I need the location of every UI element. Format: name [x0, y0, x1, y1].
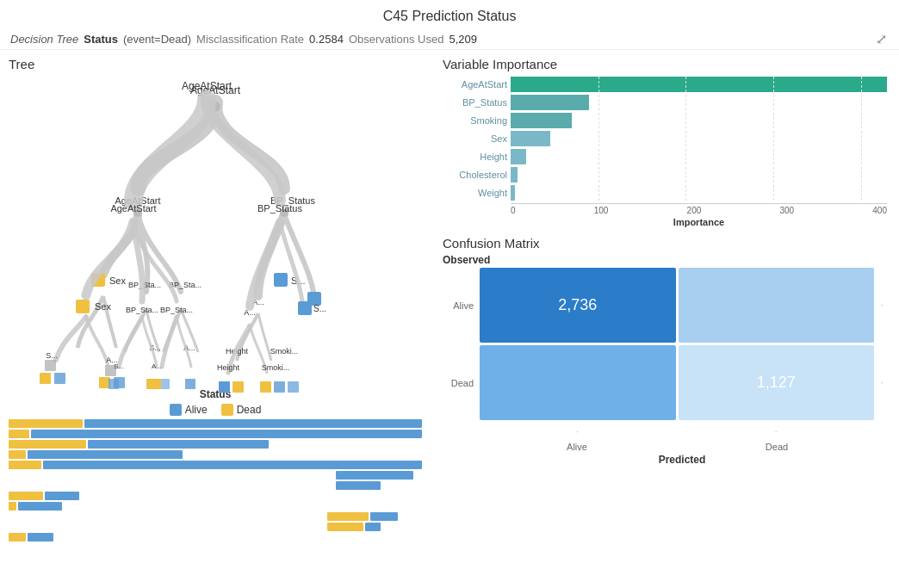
variable-importance-section: Variable Importance AgeAtStartBP_StatusS…: [443, 57, 887, 227]
bottom-bar-row-11: [9, 533, 422, 542]
vi-axis-label: Importance: [511, 217, 887, 227]
svg-text:BP_Sta...: BP_Sta...: [128, 281, 161, 289]
cm-col-labels: Alive Dead: [443, 442, 887, 452]
cm-col-label-alive: Alive: [477, 442, 677, 452]
bottom-bar-row-3: [9, 450, 422, 459]
vi-bar-1: [511, 95, 589, 110]
bar-seg-yellow-2: [9, 440, 86, 449]
vi-bar-4: [511, 149, 526, 164]
vi-row-height: Height: [443, 149, 887, 164]
svg-text:Sex: Sex: [109, 275, 126, 286]
legend-alive-color: [170, 404, 182, 416]
vi-row-bp_status: BP_Status: [443, 95, 887, 110]
svg-rect-8: [274, 273, 288, 287]
vi-bar-container-5: [511, 167, 887, 183]
bottom-bar-row-10: [327, 523, 422, 531]
bar-seg-blue-11: [28, 533, 53, 542]
top-bar: Decision Tree Status (event=Dead) Miscla…: [0, 29, 899, 50]
bottom-bar-row-2: [9, 440, 422, 449]
legend-alive-label: Alive: [185, 404, 208, 416]
svg-point-1: [210, 102, 220, 112]
vi-bar-5: [511, 167, 518, 183]
legend-item-dead: Dead: [221, 404, 262, 416]
bottom-bar-row-0: [9, 419, 422, 428]
vi-row-smoking: Smoking: [443, 113, 887, 128]
cm-cell-11: 1,127: [679, 345, 875, 420]
bar-seg-blue-0: [84, 419, 422, 428]
vi-bar-0: [511, 77, 887, 92]
vi-label-1: BP_Status: [443, 97, 507, 108]
cm-bottom-dots-1: ·: [679, 423, 875, 440]
svg-text:BP_Sta...: BP_Sta...: [169, 281, 202, 289]
vi-bar-container-3: [511, 131, 887, 146]
cm-bottom-dots-0: ·: [480, 423, 676, 440]
cm-cell-01: 482: [679, 268, 875, 343]
svg-point-5: [280, 208, 288, 217]
bar-seg-yellow-1: [9, 430, 29, 438]
bottom-bar-chart: [9, 416, 422, 569]
misclassification-value: 0.2584: [309, 33, 344, 46]
vi-label-2: Smoking: [443, 115, 507, 126]
vi-bar-2: [511, 113, 572, 128]
cm-observed-label: Observed: [443, 254, 887, 266]
bar-seg-blue-3: [28, 450, 183, 459]
bottom-bar-row-5: [336, 471, 422, 480]
vi-bar-container-6: [511, 185, 887, 201]
cm-row-label-dead: Dead: [443, 345, 477, 420]
bar-seg-blue-8: [18, 502, 62, 511]
bar-seg-blue-10: [365, 523, 381, 531]
bottom-bar-row-1: [9, 430, 422, 438]
bottom-bar-row-6: [336, 481, 422, 490]
decision-tree-label: Decision Tree: [10, 33, 78, 46]
vi-bar-container-0: [511, 77, 887, 92]
bar-seg-yellow-7: [9, 492, 43, 500]
cm-side-dots-0: ·: [877, 268, 887, 343]
vi-label-0: AgeAtStart: [443, 79, 507, 90]
tree-section-title: Tree: [9, 57, 422, 71]
svg-text:S...: S...: [291, 275, 306, 286]
left-panel: Tree: [0, 50, 431, 576]
vi-row-sex: Sex: [443, 131, 887, 146]
cm-predicted-label: Predicted: [477, 454, 887, 466]
bar-seg-blue-4: [43, 461, 422, 469]
status-label: Status: [84, 33, 118, 46]
vi-row-ageatstart: AgeAtStart: [443, 77, 887, 92]
svg-text:Smoki...: Smoki...: [270, 347, 299, 356]
bar-seg-blue-7: [45, 492, 79, 500]
vi-axis-tick: 100: [594, 206, 609, 215]
vi-row-weight: Weight: [443, 185, 887, 201]
expand-icon[interactable]: ⤢: [876, 31, 887, 47]
bottom-bar-row-8: [9, 502, 422, 511]
svg-rect-13: [307, 292, 321, 306]
svg-point-3: [133, 208, 142, 217]
vi-axis-tick: 0: [511, 206, 516, 215]
vi-bar-container-4: [511, 149, 887, 164]
legend-dead-color: [221, 404, 233, 416]
tree-legend: Status Alive Dead: [9, 388, 422, 416]
legend-dead-label: Dead: [237, 404, 262, 416]
svg-text:AgeAtStart: AgeAtStart: [190, 84, 241, 96]
cm-side-dots-1: ·: [877, 345, 887, 420]
bar-seg-yellow-10: [327, 523, 363, 531]
vi-label-4: Height: [443, 152, 507, 162]
svg-text:AgeAtStart: AgeAtStart: [115, 195, 160, 206]
vi-bar-container-1: [511, 95, 887, 110]
legend-items: Alive Dead: [170, 404, 262, 416]
cm-col-label-dead: Dead: [677, 442, 877, 452]
cm-title: Confusion Matrix: [443, 236, 887, 251]
tree-container: AgeAtStart AgeAtStart BP_Status Sex S...…: [9, 77, 422, 387]
tree-svg: AgeAtStart AgeAtStart BP_Status Sex S...…: [17, 77, 413, 387]
vi-row-cholesterol: Cholesterol: [443, 167, 887, 183]
vi-label-3: Sex: [443, 133, 507, 144]
cm-row-label-alive: Alive: [443, 268, 477, 343]
legend-title: Status: [200, 388, 232, 400]
vi-axis-tick: 400: [872, 206, 887, 215]
vi-label-6: Weight: [443, 188, 507, 198]
cm-grid: Alive 2,736 482 · Dead 864 1,127 · · ·: [443, 268, 887, 440]
cm-cell-10: 864: [480, 345, 676, 420]
bar-seg-blue-2: [88, 440, 269, 449]
svg-text:Height: Height: [226, 347, 249, 356]
vi-axis-tick: 300: [779, 206, 794, 215]
confusion-matrix-section: Confusion Matrix Observed Alive 2,736 48…: [443, 236, 887, 569]
vi-bar-6: [511, 185, 515, 201]
